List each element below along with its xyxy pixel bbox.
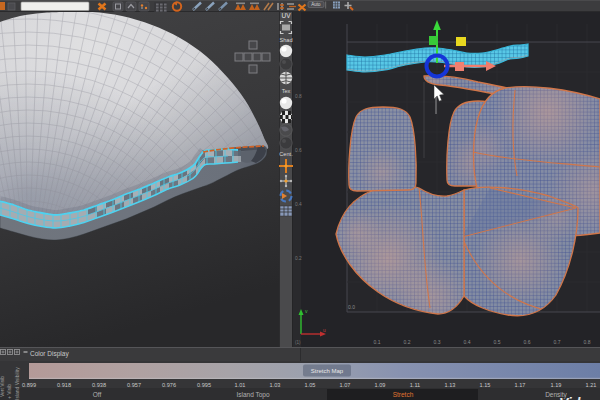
svg-text:u: u <box>323 327 326 333</box>
svg-text:1.05: 1.05 <box>305 382 316 388</box>
svg-text:0.5: 0.5 <box>494 339 501 345</box>
svg-text:Auto: Auto <box>311 2 321 7</box>
svg-text:+ Visib: + Visib <box>6 384 12 399</box>
svg-text:0.4: 0.4 <box>464 339 471 345</box>
svg-text:0.8: 0.8 <box>295 94 302 99</box>
svg-text:0.7: 0.7 <box>554 339 561 345</box>
svg-text:0.3: 0.3 <box>434 339 441 345</box>
svg-text:Vert Visib: Vert Visib <box>0 376 5 397</box>
svg-text:Island Topo: Island Topo <box>236 391 270 399</box>
svg-text:0.8: 0.8 <box>584 339 591 345</box>
svg-text:0.4: 0.4 <box>295 202 302 207</box>
svg-text:0.899: 0.899 <box>22 382 36 388</box>
svg-text:0.6: 0.6 <box>524 339 531 345</box>
svg-text:1.13: 1.13 <box>445 382 456 388</box>
svg-text:Cent.: Cent. <box>279 151 293 157</box>
svg-text:Shad: Shad <box>279 37 292 43</box>
svg-text:0.2: 0.2 <box>295 256 302 261</box>
svg-text:0.2: 0.2 <box>404 339 411 345</box>
svg-text:1.19: 1.19 <box>551 382 562 388</box>
svg-text:Off: Off <box>93 391 102 398</box>
svg-text:0.976: 0.976 <box>162 382 176 388</box>
svg-text:1.15: 1.15 <box>480 382 491 388</box>
svg-text:UV: UV <box>281 12 291 19</box>
svg-text:1.17: 1.17 <box>515 382 526 388</box>
svg-text:Tex: Tex <box>282 88 291 94</box>
svg-text:1.07: 1.07 <box>340 382 351 388</box>
svg-text:0.0: 0.0 <box>348 304 355 310</box>
svg-text:Island Visibility: Island Visibility <box>14 367 20 400</box>
svg-text:0.957: 0.957 <box>127 382 141 388</box>
svg-text:Color Display: Color Display <box>30 350 69 358</box>
svg-text:0.918: 0.918 <box>57 382 71 388</box>
svg-text:1.09: 1.09 <box>375 382 386 388</box>
svg-text:1.03: 1.03 <box>270 382 281 388</box>
svg-text:1.01: 1.01 <box>235 382 246 388</box>
svg-text:0.938: 0.938 <box>92 382 106 388</box>
svg-text:(1): (1) <box>295 340 301 345</box>
svg-text:Stretch Map: Stretch Map <box>311 368 344 374</box>
svg-text:1.21: 1.21 <box>586 382 597 388</box>
svg-text:Stretch: Stretch <box>393 391 414 398</box>
svg-text:Vid: Vid <box>559 395 581 400</box>
svg-text:0.1: 0.1 <box>374 339 381 345</box>
svg-text:0.995: 0.995 <box>197 382 211 388</box>
svg-text:0.6: 0.6 <box>295 148 302 153</box>
svg-text:1.11: 1.11 <box>410 382 420 388</box>
